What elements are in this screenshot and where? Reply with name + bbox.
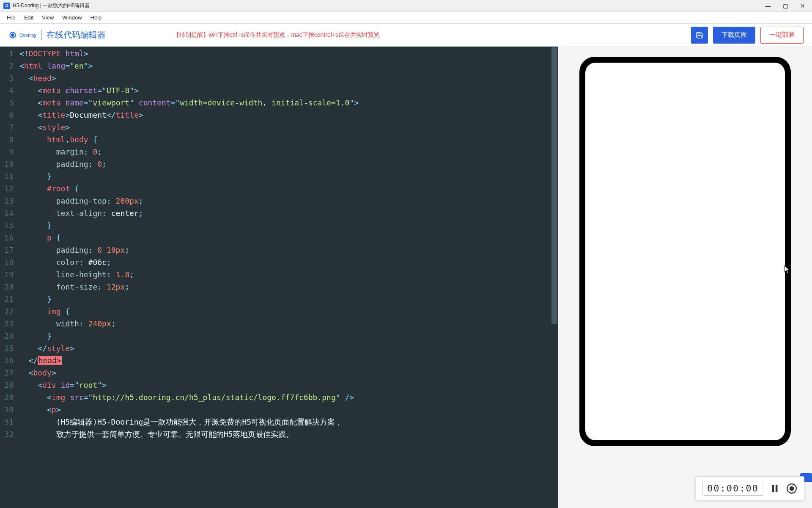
menu-view[interactable]: View: [38, 13, 58, 22]
window-title: H5-Dooring | 一款强大的H5编辑器: [13, 2, 90, 9]
save-tip: 【特别提醒】win下按ctrl+s保存并实时预览，mac下按control+s保…: [173, 31, 380, 39]
tip-text: win下按ctrl+s保存并实时预览，mac下按control+s保存并实时预览: [209, 31, 380, 38]
recorder-widget[interactable]: 00:00:00: [695, 476, 804, 500]
menu-file[interactable]: File: [3, 13, 20, 22]
download-button[interactable]: 下载页面: [713, 27, 755, 44]
svg-rect-3: [776, 485, 778, 492]
pause-button[interactable]: [770, 483, 779, 494]
minimize-button[interactable]: —: [765, 3, 771, 9]
vertical-scrollbar[interactable]: [551, 47, 558, 508]
page-title: 在线代码编辑器: [47, 29, 106, 41]
app-icon: D: [3, 3, 10, 9]
record-icon: [786, 483, 797, 494]
divider: [41, 30, 41, 40]
tip-label: 【特别提醒】: [173, 31, 209, 38]
menubar: File Edit View Window Help: [0, 12, 812, 24]
line-gutter: 1234567891011121314151617181920212223242…: [0, 47, 17, 508]
recorder-timer: 00:00:00: [702, 481, 763, 496]
svg-point-1: [11, 34, 14, 36]
menu-edit[interactable]: Edit: [20, 13, 38, 22]
save-button[interactable]: [691, 27, 708, 44]
code-editor[interactable]: 1234567891011121314151617181920212223242…: [0, 47, 558, 508]
close-button[interactable]: ✕: [800, 3, 805, 9]
device-frame: [579, 57, 791, 446]
record-button[interactable]: [786, 483, 797, 494]
scrollbar-thumb[interactable]: [551, 47, 557, 324]
svg-rect-2: [772, 485, 774, 492]
maximize-button[interactable]: ▢: [783, 3, 788, 9]
logo-icon: [8, 31, 17, 39]
menu-window[interactable]: Window: [58, 13, 86, 22]
toolbar: Dooring 在线代码编辑器 【特别提醒】win下按ctrl+s保存并实时预览…: [0, 24, 812, 47]
device-screen[interactable]: [585, 63, 785, 440]
svg-point-5: [790, 486, 794, 490]
logo-text: Dooring: [19, 33, 36, 38]
code-content[interactable]: <!DOCTYPE html><html lang="en"> <head> <…: [17, 47, 558, 508]
menu-help[interactable]: Help: [86, 13, 106, 22]
preview-panel: [558, 47, 812, 508]
deploy-button[interactable]: 一键部署: [760, 27, 804, 44]
window-titlebar: D H5-Dooring | 一款强大的H5编辑器 — ▢ ✕: [0, 0, 812, 12]
logo[interactable]: Dooring: [8, 31, 36, 39]
pause-icon: [770, 483, 779, 494]
save-icon: [696, 31, 703, 39]
